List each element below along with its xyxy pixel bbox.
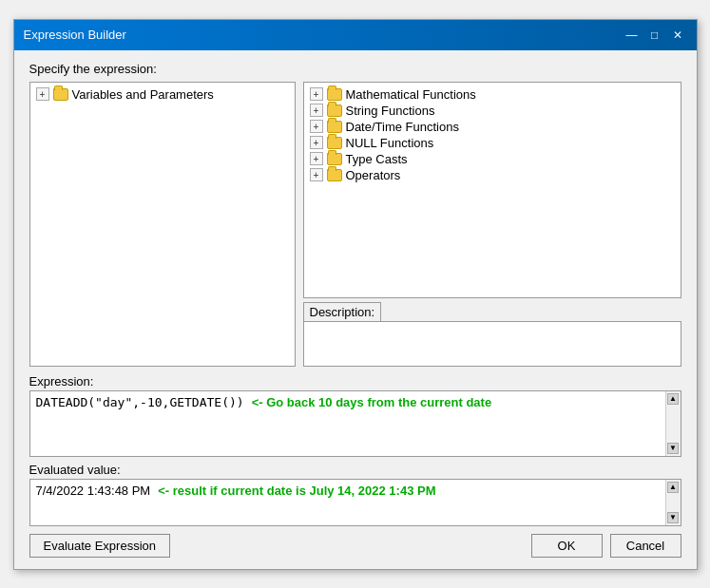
- evaluated-box: 7/4/2022 1:43:48 PM <- result if current…: [29, 479, 681, 526]
- evaluated-comment: <- result if current date is July 14, 20…: [158, 484, 435, 498]
- folder-icon-typecasts: [327, 153, 342, 165]
- expression-section: Expression: DATEADD("day",-10,GETDATE())…: [29, 374, 681, 457]
- evaluate-expression-button[interactable]: Evaluate Expression: [29, 534, 171, 558]
- tree-label-math: Mathematical Functions: [346, 87, 476, 102]
- tree-item-null[interactable]: + NULL Functions: [308, 135, 677, 151]
- scroll-down-arrow[interactable]: ▼: [667, 443, 679, 454]
- tree-item-string[interactable]: + String Functions: [308, 103, 677, 119]
- expand-icon-string[interactable]: +: [310, 104, 323, 117]
- maximize-button[interactable]: □: [645, 26, 664, 45]
- panels-row: + Variables and Parameters + Mathematica…: [29, 82, 681, 367]
- dialog-body: Specify the expression: + Variables and …: [14, 50, 697, 569]
- eval-scroll-down-arrow[interactable]: ▼: [667, 512, 679, 523]
- description-panel: Description:: [303, 302, 681, 367]
- folder-icon-variables: [53, 88, 68, 101]
- tree-item-variables[interactable]: + Variables and Parameters: [34, 86, 291, 103]
- expression-builder-dialog: Expression Builder — □ ✕ Specify the exp…: [13, 19, 698, 570]
- dialog-title: Expression Builder: [24, 28, 126, 42]
- expand-icon-typecasts[interactable]: +: [310, 152, 323, 165]
- tree-label-typecasts: Type Casts: [346, 152, 408, 166]
- tree-label-variables: Variables and Parameters: [72, 87, 214, 102]
- title-bar-controls: — □ ✕: [623, 26, 687, 45]
- title-bar: Expression Builder — □ ✕: [14, 20, 697, 50]
- evaluated-section: Evaluated value: 7/4/2022 1:43:48 PM <- …: [29, 463, 681, 526]
- tree-label-string: String Functions: [346, 104, 435, 118]
- tree-item-datetime[interactable]: + Date/Time Functions: [308, 119, 677, 135]
- expression-comment: <- Go back 10 days from the current date: [252, 395, 492, 409]
- evaluated-value: 7/4/2022 1:43:48 PM: [36, 484, 151, 498]
- folder-icon-datetime: [327, 121, 342, 133]
- description-box: [303, 321, 681, 367]
- expand-icon-variables[interactable]: +: [36, 87, 49, 101]
- right-panel-container: + Mathematical Functions + String Functi…: [303, 82, 681, 367]
- tree-label-null: NULL Functions: [346, 136, 434, 150]
- tree-item-math[interactable]: + Mathematical Functions: [308, 86, 677, 103]
- expression-label: Expression:: [29, 374, 681, 389]
- description-label: Description:: [303, 302, 382, 321]
- buttons-row: Evaluate Expression OK Cancel: [29, 534, 681, 558]
- tree-item-typecasts[interactable]: + Type Casts: [308, 151, 677, 167]
- folder-icon-null: [327, 137, 342, 149]
- tree-item-operators[interactable]: + Operators: [308, 167, 677, 183]
- expression-box[interactable]: DATEADD("day",-10,GETDATE()) <- Go back …: [29, 390, 681, 457]
- expand-icon-math[interactable]: +: [310, 87, 323, 101]
- evaluated-label: Evaluated value:: [29, 463, 681, 477]
- scroll-up-arrow[interactable]: ▲: [667, 393, 679, 405]
- close-button[interactable]: ✕: [668, 26, 687, 45]
- left-panel[interactable]: + Variables and Parameters: [29, 82, 296, 367]
- expression-scrollbar[interactable]: ▲ ▼: [665, 391, 681, 456]
- minimize-button[interactable]: —: [623, 26, 642, 45]
- ok-button[interactable]: OK: [531, 534, 603, 558]
- eval-scroll-up-arrow[interactable]: ▲: [667, 482, 679, 493]
- expand-icon-null[interactable]: +: [310, 136, 323, 149]
- tree-label-datetime: Date/Time Functions: [346, 120, 459, 134]
- expand-icon-datetime[interactable]: +: [310, 120, 323, 133]
- btn-right-group: OK Cancel: [531, 534, 681, 558]
- right-panel[interactable]: + Mathematical Functions + String Functi…: [303, 82, 681, 298]
- folder-icon-string: [327, 104, 342, 117]
- evaluated-scrollbar[interactable]: ▲ ▼: [665, 480, 681, 525]
- expand-icon-operators[interactable]: +: [310, 168, 323, 181]
- specify-expression-label: Specify the expression:: [29, 62, 681, 76]
- folder-icon-operators: [327, 169, 342, 181]
- tree-label-operators: Operators: [346, 168, 401, 182]
- cancel-button[interactable]: Cancel: [610, 534, 681, 558]
- expression-code: DATEADD("day",-10,GETDATE()): [36, 395, 244, 409]
- folder-icon-math: [327, 88, 342, 101]
